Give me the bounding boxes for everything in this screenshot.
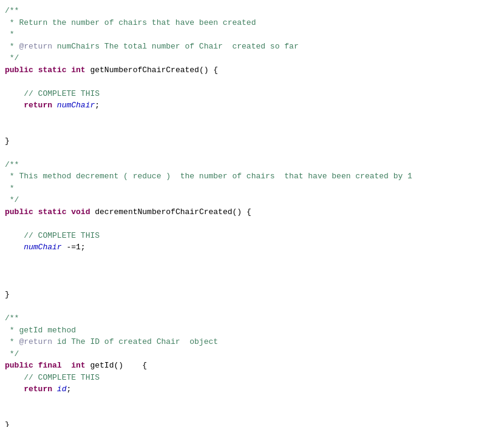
code-line	[0, 407, 504, 419]
code-token: ;	[66, 383, 71, 395]
code-line: */	[0, 348, 504, 360]
code-token: int	[71, 360, 85, 372]
code-token: numChairs The total number of Chair crea…	[52, 41, 299, 53]
code-token: numChair	[24, 241, 61, 254]
code-token: // COMPLETE THIS	[24, 88, 100, 100]
code-token: * Return the number of chairs that have …	[5, 17, 256, 29]
code-token	[5, 99, 24, 112]
code-token	[33, 206, 38, 218]
code-token: public	[5, 64, 33, 76]
code-token	[5, 241, 24, 254]
code-token: final	[38, 360, 62, 372]
code-token: getNumberofChairCreated() {	[86, 64, 218, 76]
code-line: public final int getId() {	[0, 360, 504, 372]
code-line	[0, 265, 504, 277]
code-line: * Return the number of chairs that have …	[0, 17, 504, 29]
code-token: /**	[5, 312, 19, 324]
code-token: // COMPLETE THIS	[24, 372, 100, 384]
code-line	[0, 301, 504, 313]
code-line: */	[0, 194, 504, 206]
code-line: /**	[0, 312, 504, 324]
code-token: // COMPLETE THIS	[24, 230, 100, 242]
code-token: *	[5, 336, 19, 348]
code-line	[0, 76, 504, 88]
code-token	[5, 88, 24, 100]
code-token: return	[24, 383, 52, 395]
code-line: // COMPLETE THIS	[0, 88, 504, 100]
code-token	[52, 99, 57, 112]
code-token: */	[5, 348, 19, 360]
code-token	[33, 360, 38, 372]
code-line: /**	[0, 159, 504, 171]
code-token: /**	[5, 159, 19, 171]
code-line: }	[0, 135, 504, 147]
code-token: static	[38, 64, 67, 76]
code-token: public	[5, 360, 33, 372]
code-token: */	[5, 52, 19, 64]
code-token: *	[5, 183, 15, 195]
code-token: decrementNumberofChairCreated() {	[90, 206, 251, 218]
code-line	[0, 218, 504, 230]
code-token: id	[57, 383, 67, 395]
code-token: @return	[19, 336, 52, 348]
code-token: static	[38, 206, 67, 218]
code-token: }	[5, 419, 10, 428]
code-token	[62, 360, 72, 372]
code-line	[0, 147, 504, 159]
code-token: getId() {	[86, 360, 147, 372]
code-line: // COMPLETE THIS	[0, 372, 504, 384]
code-line: }	[0, 419, 504, 428]
code-token	[5, 230, 24, 242]
code-token: return	[24, 99, 52, 112]
code-token: public	[5, 206, 33, 218]
code-line: return id;	[0, 383, 504, 395]
code-line: }	[0, 289, 504, 301]
code-token	[5, 383, 24, 395]
code-line: * This method decrement ( reduce ) the n…	[0, 170, 504, 183]
code-token: *	[5, 41, 19, 53]
code-token	[66, 206, 71, 218]
code-line	[0, 112, 504, 124]
code-token: void	[71, 206, 90, 218]
code-line: /**	[0, 5, 504, 17]
code-token: * getId method	[5, 324, 76, 337]
code-editor: /** * Return the number of chairs that h…	[0, 0, 504, 427]
code-token: numChair	[57, 99, 95, 112]
code-line: */	[0, 52, 504, 64]
code-token: }	[5, 289, 10, 301]
code-line: numChair -=1;	[0, 241, 504, 254]
code-line: public static void decrementNumberofChai…	[0, 206, 504, 218]
code-token: int	[71, 64, 85, 76]
code-line	[0, 277, 504, 289]
code-token: id The ID of created Chair object	[52, 336, 218, 348]
code-token	[33, 64, 38, 76]
code-token: *	[5, 29, 15, 41]
code-line: * getId method	[0, 324, 504, 337]
code-token: }	[5, 135, 10, 147]
code-line: *	[0, 29, 504, 41]
code-line	[0, 395, 504, 408]
code-token	[5, 372, 24, 384]
code-line	[0, 123, 504, 135]
code-token: /**	[5, 5, 19, 17]
code-token	[66, 64, 71, 76]
code-line: * @return numChairs The total number of …	[0, 41, 504, 53]
code-line: // COMPLETE THIS	[0, 230, 504, 242]
code-token: -=1;	[62, 241, 86, 254]
code-line: * @return id The ID of created Chair obj…	[0, 336, 504, 348]
code-token	[52, 383, 57, 395]
code-line: return numChair;	[0, 99, 504, 112]
code-token: * This method decrement ( reduce ) the n…	[5, 170, 412, 183]
code-line: *	[0, 183, 504, 195]
code-line	[0, 254, 504, 266]
code-token: @return	[19, 41, 52, 53]
code-line: public static int getNumberofChairCreate…	[0, 64, 504, 76]
code-token: */	[5, 194, 19, 206]
code-token: ;	[95, 99, 100, 112]
